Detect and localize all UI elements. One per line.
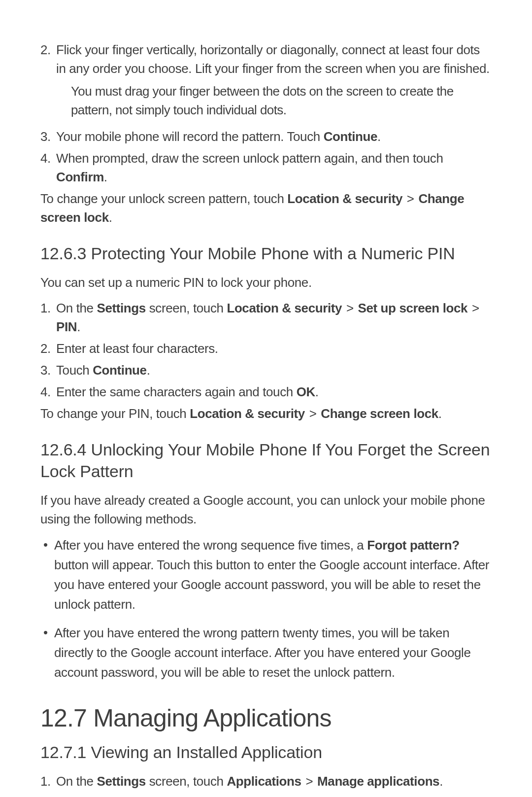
bold-set-up-screen-lock: Set up screen lock — [358, 301, 468, 315]
text-fragment: Your mobile phone will record the patter… — [56, 129, 324, 144]
text-fragment: . — [439, 774, 443, 789]
bullet-text: After you have entered the wrong sequenc… — [54, 535, 490, 614]
step-text: Enter the same characters again and touc… — [56, 382, 319, 401]
bold-manage-applications: Manage applications — [317, 774, 439, 789]
para-12-6-3-intro: You can set up a numeric PIN to lock you… — [40, 273, 490, 292]
para-12-6-4-intro: If you have already created a Google acc… — [40, 491, 490, 528]
breadcrumb-separator: > — [342, 301, 358, 315]
text-fragment: . — [109, 210, 112, 225]
step-number: 3. — [40, 127, 56, 146]
text-fragment: To change your unlock screen pattern, to… — [40, 191, 287, 206]
step-number: 4. — [40, 149, 56, 186]
bold-applications: Applications — [227, 774, 301, 789]
bullet-item: • After you have entered the wrong patte… — [40, 623, 490, 682]
step-12-6-3-2: 2. Enter at least four characters. — [40, 339, 490, 358]
document-page: 2. Flick your finger vertically, horizon… — [0, 0, 532, 797]
step-12-7-1-1: 1. On the Settings screen, touch Applica… — [40, 772, 490, 791]
text-fragment: . — [77, 319, 80, 334]
step-text: In the applications list, do either of t… — [56, 794, 318, 797]
step-text: Your mobile phone will record the patter… — [56, 127, 381, 146]
breadcrumb-separator: > — [467, 301, 480, 315]
bullet-text: After you have entered the wrong pattern… — [54, 623, 490, 682]
step-12-6-2-2: 2. Flick your finger vertically, horizon… — [40, 40, 490, 78]
bold-ok: OK — [297, 384, 315, 399]
bold-location-security: Location & security — [227, 301, 342, 315]
para-change-pattern: To change your unlock screen pattern, to… — [40, 189, 490, 227]
step-number: 2. — [40, 794, 56, 797]
bullets-12-6-4: • After you have entered the wrong seque… — [40, 535, 490, 682]
text-fragment: Touch — [56, 363, 93, 378]
text-fragment: On the — [56, 774, 97, 789]
text-fragment: screen, touch — [146, 774, 227, 789]
bold-location-security: Location & security — [287, 191, 402, 206]
bold-pin: PIN — [56, 319, 77, 334]
text-fragment: . — [104, 170, 107, 184]
bullet-item: • After you have entered the wrong seque… — [40, 535, 490, 614]
step-number: 2. — [40, 339, 56, 358]
step-12-7-1-2: 2. In the applications list, do either o… — [40, 794, 490, 797]
step-text: On the Settings screen, touch Applicatio… — [56, 772, 443, 791]
bold-change-screen-lock: Change screen lock — [321, 406, 438, 421]
text-fragment: button will appear. Touch this button to… — [54, 557, 489, 612]
heading-12-7: 12.7 Managing Applications — [40, 704, 490, 732]
text-fragment: When prompted, draw the screen unlock pa… — [56, 151, 443, 166]
step-text: Touch Continue. — [56, 361, 150, 380]
bold-continue: Continue — [324, 129, 377, 144]
step-12-6-2-3: 3. Your mobile phone will record the pat… — [40, 127, 490, 146]
step-12-6-3-3: 3. Touch Continue. — [40, 361, 490, 380]
step-number: 2. — [40, 40, 56, 78]
step-text: On the Settings screen, touch Location &… — [56, 299, 490, 336]
text-fragment: . — [147, 363, 150, 378]
text-fragment: screen, touch — [146, 301, 227, 315]
para-change-pin: To change your PIN, touch Location & sec… — [40, 404, 490, 423]
bullet-marker-icon: • — [40, 623, 54, 682]
breadcrumb-separator: > — [301, 774, 317, 789]
step-number: 1. — [40, 299, 56, 336]
text-fragment: . — [315, 384, 319, 399]
bold-confirm: Confirm — [56, 170, 104, 184]
text-fragment: Enter the same characters again and touc… — [56, 384, 297, 399]
heading-12-7-1: 12.7.1 Viewing an Installed Application — [40, 741, 490, 763]
text-fragment: After you have entered the wrong sequenc… — [54, 538, 367, 553]
bold-settings: Settings — [97, 774, 145, 789]
step-note: You must drag your finger between the do… — [71, 82, 490, 119]
step-text: Enter at least four characters. — [56, 339, 218, 358]
step-number: 3. — [40, 361, 56, 380]
bold-forgot-pattern: Forgot pattern? — [367, 538, 460, 553]
bold-continue: Continue — [93, 363, 146, 378]
heading-12-6-3: 12.6.3 Protecting Your Mobile Phone with… — [40, 243, 490, 264]
step-12-6-2-4: 4. When prompted, draw the screen unlock… — [40, 149, 490, 186]
text-fragment: To change your PIN, touch — [40, 406, 190, 421]
bullet-marker-icon: • — [40, 535, 54, 614]
step-12-6-3-4: 4. Enter the same characters again and t… — [40, 382, 490, 401]
bold-location-security: Location & security — [190, 406, 305, 421]
text-fragment: On the — [56, 301, 97, 315]
step-number: 1. — [40, 772, 56, 791]
step-text: Flick your finger vertically, horizontal… — [56, 40, 490, 78]
breadcrumb-separator: > — [305, 406, 321, 421]
text-fragment: . — [438, 406, 442, 421]
breadcrumb-separator: > — [402, 191, 418, 206]
step-number: 4. — [40, 382, 56, 401]
bold-settings: Settings — [97, 301, 145, 315]
step-text: When prompted, draw the screen unlock pa… — [56, 149, 490, 186]
text-fragment: . — [377, 129, 381, 144]
heading-12-6-4: 12.6.4 Unlocking Your Mobile Phone If Yo… — [40, 439, 490, 482]
step-12-6-3-1: 1. On the Settings screen, touch Locatio… — [40, 299, 490, 336]
